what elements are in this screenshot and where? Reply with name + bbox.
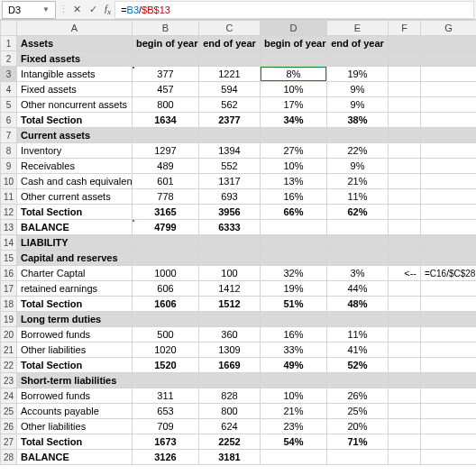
cell-C5[interactable]: 562 bbox=[199, 97, 261, 113]
col-header-D[interactable]: D bbox=[261, 21, 327, 36]
fx-icon[interactable]: fx bbox=[101, 3, 114, 16]
cell-F19[interactable] bbox=[389, 312, 421, 327]
cell-E12[interactable]: 62% bbox=[327, 205, 389, 220]
col-header-E[interactable]: E bbox=[327, 21, 389, 36]
cell-B15[interactable] bbox=[133, 251, 199, 266]
cell-C4[interactable]: 594 bbox=[199, 82, 261, 97]
cell-E22[interactable]: 52% bbox=[327, 358, 389, 373]
row-header[interactable]: 18 bbox=[1, 297, 17, 312]
cell-G3[interactable] bbox=[421, 67, 477, 82]
cell-G13[interactable] bbox=[421, 220, 477, 235]
cell-A4[interactable]: Fixed assets bbox=[17, 82, 133, 97]
cell-C20[interactable]: 360 bbox=[199, 327, 261, 343]
row-header[interactable]: 19 bbox=[1, 312, 17, 327]
cell-A17[interactable]: retained earnings bbox=[17, 281, 133, 297]
cell-G20[interactable] bbox=[421, 327, 477, 343]
cell-B21[interactable]: 1020 bbox=[133, 343, 199, 358]
cell-A8[interactable]: Inventory bbox=[17, 143, 133, 159]
cell-D16[interactable]: 32% bbox=[261, 266, 327, 281]
cell-C7[interactable] bbox=[199, 128, 261, 143]
cell-E17[interactable]: 44% bbox=[327, 281, 389, 297]
cell-B22[interactable]: 1520 bbox=[133, 358, 199, 373]
cell-G23[interactable] bbox=[421, 373, 477, 388]
row-header[interactable]: 2 bbox=[1, 51, 17, 67]
cell-F17[interactable] bbox=[389, 281, 421, 297]
row-header[interactable]: 4 bbox=[1, 82, 17, 97]
cell-B27[interactable]: 1673 bbox=[133, 434, 199, 450]
cell-D27[interactable]: 54% bbox=[261, 434, 327, 450]
cell-B11[interactable]: 778 bbox=[133, 189, 199, 205]
cell-F7[interactable] bbox=[389, 128, 421, 143]
cell-F21[interactable] bbox=[389, 343, 421, 358]
cell-G7[interactable] bbox=[421, 128, 477, 143]
cell-C28[interactable]: 3181 bbox=[199, 450, 261, 465]
cell-E4[interactable]: 9% bbox=[327, 82, 389, 97]
cell-E25[interactable]: 25% bbox=[327, 404, 389, 419]
cell-E24[interactable]: 26% bbox=[327, 388, 389, 404]
cell-D18[interactable]: 51% bbox=[261, 297, 327, 312]
dropdown-icon[interactable]: ▼ bbox=[42, 5, 50, 14]
row-header[interactable]: 13 bbox=[1, 220, 17, 235]
cell-F25[interactable] bbox=[389, 404, 421, 419]
cell-F14[interactable] bbox=[389, 235, 421, 251]
cell-D23[interactable] bbox=[261, 373, 327, 388]
cell-G1[interactable] bbox=[421, 36, 477, 51]
cell-D3[interactable]: 8% bbox=[261, 67, 327, 82]
cell-E13[interactable] bbox=[327, 220, 389, 235]
cell-A9[interactable]: Receivables bbox=[17, 159, 133, 174]
cell-B8[interactable]: 1297 bbox=[133, 143, 199, 159]
spreadsheet-grid[interactable]: A B C D E F G 1Assetsbegin of yearend of… bbox=[0, 20, 476, 465]
cell-A25[interactable]: Accounts payable bbox=[17, 404, 133, 419]
cell-A3[interactable]: Intangible assets bbox=[17, 67, 133, 82]
cell-F6[interactable] bbox=[389, 113, 421, 128]
cell-F1[interactable] bbox=[389, 36, 421, 51]
cell-A10[interactable]: Cash and cash equivalent bbox=[17, 174, 133, 189]
cell-E19[interactable] bbox=[327, 312, 389, 327]
cell-C15[interactable] bbox=[199, 251, 261, 266]
cell-D14[interactable] bbox=[261, 235, 327, 251]
cell-E28[interactable] bbox=[327, 450, 389, 465]
cell-C27[interactable]: 2252 bbox=[199, 434, 261, 450]
cell-C19[interactable] bbox=[199, 312, 261, 327]
row-header[interactable]: 27 bbox=[1, 434, 17, 450]
cell-D15[interactable] bbox=[261, 251, 327, 266]
cell-G15[interactable] bbox=[421, 251, 477, 266]
cell-G9[interactable] bbox=[421, 159, 477, 174]
cell-G18[interactable] bbox=[421, 297, 477, 312]
cell-D8[interactable]: 27% bbox=[261, 143, 327, 159]
col-header-C[interactable]: C bbox=[199, 21, 261, 36]
cell-F10[interactable] bbox=[389, 174, 421, 189]
cell-D26[interactable]: 23% bbox=[261, 419, 327, 434]
cell-B9[interactable]: 489 bbox=[133, 159, 199, 174]
select-all-corner[interactable] bbox=[1, 21, 17, 36]
cell-E23[interactable] bbox=[327, 373, 389, 388]
cell-G2[interactable] bbox=[421, 51, 477, 67]
cell-A20[interactable]: Borrowed funds bbox=[17, 327, 133, 343]
cell-G19[interactable] bbox=[421, 312, 477, 327]
cell-C13[interactable]: 6333 bbox=[199, 220, 261, 235]
cell-F16[interactable]: <-- bbox=[389, 266, 421, 281]
cell-C12[interactable]: 3956 bbox=[199, 205, 261, 220]
cell-E10[interactable]: 21% bbox=[327, 174, 389, 189]
confirm-icon[interactable]: ✓ bbox=[85, 4, 101, 15]
cell-G26[interactable] bbox=[421, 419, 477, 434]
cell-G4[interactable] bbox=[421, 82, 477, 97]
cell-D25[interactable]: 21% bbox=[261, 404, 327, 419]
cancel-icon[interactable]: ✕ bbox=[69, 4, 85, 15]
row-header[interactable]: 3 bbox=[1, 67, 17, 82]
cell-F13[interactable] bbox=[389, 220, 421, 235]
cell-D13[interactable] bbox=[261, 220, 327, 235]
cell-C23[interactable] bbox=[199, 373, 261, 388]
cell-C16[interactable]: 100 bbox=[199, 266, 261, 281]
cell-E9[interactable]: 9% bbox=[327, 159, 389, 174]
cell-C8[interactable]: 1394 bbox=[199, 143, 261, 159]
cell-D12[interactable]: 66% bbox=[261, 205, 327, 220]
cell-E1[interactable]: end of year bbox=[327, 36, 389, 51]
cell-B6[interactable]: 1634 bbox=[133, 113, 199, 128]
cell-E11[interactable]: 11% bbox=[327, 189, 389, 205]
row-header[interactable]: 24 bbox=[1, 388, 17, 404]
cell-B16[interactable]: 1000 bbox=[133, 266, 199, 281]
cell-C25[interactable]: 800 bbox=[199, 404, 261, 419]
cell-F27[interactable] bbox=[389, 434, 421, 450]
cell-F5[interactable] bbox=[389, 97, 421, 113]
